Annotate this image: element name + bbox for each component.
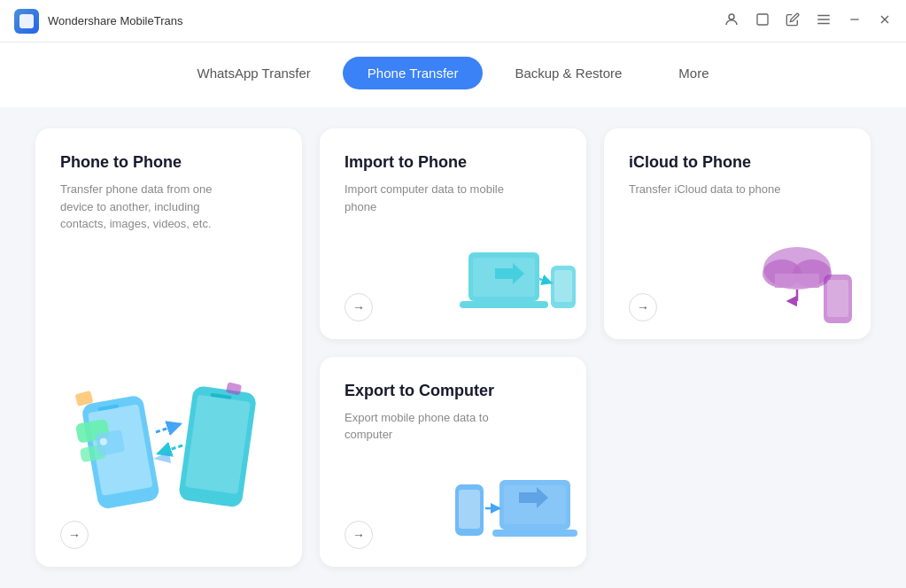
card-export-desc: Export mobile phone data to computer <box>345 409 522 444</box>
card-import-title: Import to Phone <box>345 153 561 172</box>
svg-rect-30 <box>827 280 848 317</box>
tab-backup[interactable]: Backup & Restore <box>490 57 647 89</box>
card-import-to-phone[interactable]: Import to Phone Import computer data to … <box>320 128 586 339</box>
tab-whatsapp[interactable]: WhatsApp Transfer <box>172 57 335 89</box>
tab-phone[interactable]: Phone Transfer <box>343 57 484 89</box>
svg-rect-22 <box>460 301 548 308</box>
card-export-to-computer[interactable]: Export to Computer Export mobile phone d… <box>320 357 586 568</box>
svg-point-0 <box>729 14 734 19</box>
svg-rect-33 <box>459 490 480 529</box>
svg-rect-35 <box>504 485 566 524</box>
edit-icon[interactable] <box>786 12 800 29</box>
icloud-illustration <box>740 235 863 332</box>
card-export-title: Export to Computer <box>345 382 561 400</box>
card-import-desc: Import computer data to mobile phone <box>345 181 522 215</box>
account-icon[interactable] <box>724 12 740 30</box>
close-icon[interactable] <box>878 12 892 29</box>
window-controls <box>724 12 892 30</box>
card-phone-to-phone[interactable]: Phone to Phone Transfer phone data from … <box>35 128 302 567</box>
svg-rect-28 <box>775 274 819 288</box>
minimize-icon[interactable] <box>848 12 862 29</box>
card-icloud-desc: Transfer iCloud data to phone <box>629 181 806 198</box>
phone-to-phone-illustration <box>72 344 267 521</box>
menu-icon[interactable] <box>816 12 832 30</box>
svg-rect-24 <box>554 270 572 302</box>
card-phone-to-phone-title: Phone to Phone <box>60 153 277 172</box>
card-icloud-arrow[interactable]: → <box>629 293 657 321</box>
card-phone-to-phone-desc: Transfer phone data from one device to a… <box>60 181 237 233</box>
import-illustration <box>455 235 579 332</box>
card-export-arrow[interactable]: → <box>345 521 373 549</box>
main-content: Phone to Phone Transfer phone data from … <box>0 107 906 588</box>
app-logo <box>14 9 39 34</box>
tab-more[interactable]: More <box>654 57 733 89</box>
titlebar: Wondershare MobileTrans <box>0 0 906 43</box>
window-icon[interactable] <box>755 12 770 29</box>
card-phone-to-phone-arrow[interactable]: → <box>60 521 89 549</box>
svg-rect-13 <box>95 429 125 456</box>
card-import-arrow[interactable]: → <box>345 293 373 321</box>
navbar: WhatsApp Transfer Phone Transfer Backup … <box>0 43 906 107</box>
card-icloud-title: iCloud to Phone <box>629 153 846 172</box>
app-title: Wondershare MobileTrans <box>48 14 724 27</box>
card-icloud-to-phone[interactable]: iCloud to Phone Transfer iCloud data to … <box>604 128 871 339</box>
svg-rect-36 <box>492 530 577 537</box>
svg-rect-1 <box>757 14 768 25</box>
export-illustration <box>446 462 579 560</box>
